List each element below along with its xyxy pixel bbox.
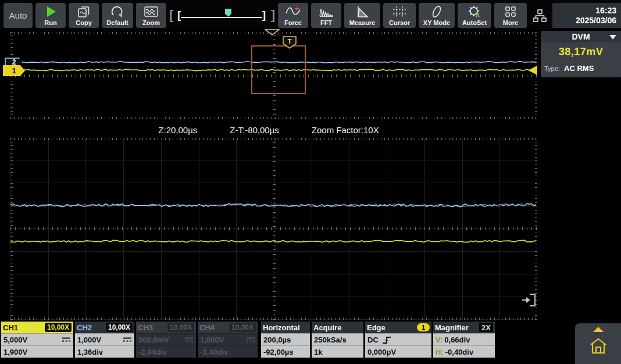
dvm-panel: DVM 38,17mV Type: AC RMS bbox=[541, 31, 621, 77]
zoom-button[interactable]: Zoom bbox=[136, 3, 166, 28]
ch3-block[interactable]: CH3 10,00X 500,0mV -2,94div bbox=[136, 322, 196, 358]
home-icon bbox=[588, 337, 608, 355]
magnifier-v-label: V: bbox=[436, 336, 442, 344]
edge-trigger-block[interactable]: Edge 1 DC 0,000pV bbox=[365, 322, 431, 358]
default-button[interactable]: Default bbox=[102, 3, 133, 28]
ch1-block[interactable]: CH1 10,00X 5,000V 1,900V bbox=[1, 322, 73, 358]
ch1-label: CH1 bbox=[3, 323, 18, 332]
ch4-block[interactable]: CH4 10,00X 1,000V -3,40div bbox=[198, 322, 258, 358]
zoom-factor: Zoom Factor:10X bbox=[312, 125, 379, 135]
ch4-offset: -3,40div bbox=[200, 348, 228, 356]
dvm-type-row: Type: AC RMS bbox=[544, 64, 618, 73]
slider-track bbox=[181, 17, 262, 18]
ch2-label: CH2 bbox=[77, 323, 92, 332]
magnifier-h-label: H: bbox=[436, 348, 444, 356]
horizontal-position-slider[interactable]: [ [ ] ] bbox=[169, 3, 275, 28]
ch2-atten-badge: 10,00X bbox=[106, 323, 133, 332]
collapse-up-icon[interactable] bbox=[593, 327, 604, 332]
ch4-scale: 1,000V bbox=[200, 336, 224, 344]
zoom-window-box[interactable] bbox=[251, 45, 306, 94]
dc-coupling-icon bbox=[184, 337, 194, 342]
home-panel bbox=[575, 323, 621, 364]
ch4-atten-badge: 10,00X bbox=[229, 323, 256, 332]
slider-right-limit: ] bbox=[271, 8, 275, 23]
cursor-crosshair-icon bbox=[392, 4, 407, 19]
scope-display: T 2 1 Z:20,00µs Z-T:-80,00µs Zoom Factor… bbox=[0, 29, 621, 364]
overview-graticule: T 2 1 bbox=[10, 32, 537, 119]
acquire-block[interactable]: Acquire 250kSa/s 1k bbox=[312, 322, 363, 358]
rising-edge-icon bbox=[382, 336, 391, 344]
gear-icon: A bbox=[467, 4, 481, 19]
trigger-mode-label: Auto bbox=[9, 10, 27, 20]
run-button[interactable]: Run bbox=[35, 3, 66, 28]
horizontal-label: Horizontal bbox=[263, 323, 300, 332]
dvm-title: DVM bbox=[572, 32, 590, 41]
magnifier-v-value: 0,66div bbox=[444, 336, 470, 344]
ch1-atten-badge: 10,00X bbox=[45, 323, 72, 332]
trigger-mode-button[interactable]: Auto bbox=[3, 3, 33, 28]
trigger-level-flag[interactable]: T bbox=[283, 36, 297, 49]
autoset-button[interactable]: A AutoSet bbox=[458, 3, 491, 28]
reset-arrow-icon bbox=[110, 4, 124, 19]
dvm-value: 38,17mV bbox=[544, 46, 618, 58]
ch3-label: CH3 bbox=[138, 323, 153, 332]
more-grid-icon bbox=[504, 4, 517, 19]
force-button[interactable]: Force bbox=[278, 3, 308, 28]
more-button[interactable]: More bbox=[494, 3, 527, 28]
chevron-down-icon bbox=[609, 35, 616, 40]
network-icon bbox=[532, 8, 547, 23]
trigger-level-arrow[interactable] bbox=[528, 66, 537, 75]
horizontal-block[interactable]: Horizontal 200,0µs -92,00µs bbox=[261, 322, 310, 358]
acquire-sample-rate: 250kSa/s bbox=[314, 336, 347, 344]
magnifier-label: Magnifier bbox=[435, 323, 469, 332]
zoomed-waveforms bbox=[10, 138, 537, 320]
xy-mode-button[interactable]: XY Mode bbox=[419, 3, 455, 28]
slider-left-handle[interactable]: [ bbox=[177, 9, 181, 22]
xy-ellipse-icon bbox=[430, 4, 444, 19]
slider-thumb[interactable] bbox=[225, 9, 231, 17]
fft-spectrum-icon bbox=[319, 4, 334, 19]
top-toolbar: Auto Run Copy Default bbox=[0, 0, 621, 29]
clock-date: 2025/03/06 bbox=[576, 16, 616, 26]
cursor-button[interactable]: Cursor bbox=[383, 3, 416, 28]
acquire-label: Acquire bbox=[313, 323, 341, 332]
ch2-scale: 1,000V bbox=[77, 336, 101, 344]
svg-text:A: A bbox=[476, 12, 480, 19]
copy-button[interactable]: Copy bbox=[69, 3, 99, 28]
zoom-waveform-icon bbox=[144, 4, 159, 19]
magnifier-h-value: -0,40div bbox=[445, 348, 473, 356]
trigger-level-value: 0,000pV bbox=[367, 348, 396, 356]
slider-left-limit: [ bbox=[169, 8, 173, 23]
clock[interactable]: 16:23 2025/03/06 bbox=[552, 3, 621, 28]
zoom-offset: Z-T:-80,00µs bbox=[230, 125, 279, 135]
status-bar: CH1 10,00X 5,000V 1,900V CH2 10,00X 1,00… bbox=[1, 322, 495, 358]
edge-coupling: DC bbox=[367, 336, 379, 344]
ch3-scale: 500,0mV bbox=[138, 336, 169, 344]
dc-coupling-icon bbox=[62, 337, 71, 342]
ch2-offset: 1,36div bbox=[77, 348, 103, 356]
ch3-offset: -2,94div bbox=[138, 348, 166, 356]
dvm-header[interactable]: DVM bbox=[541, 31, 621, 42]
home-button[interactable] bbox=[588, 337, 608, 355]
exit-zoom-icon[interactable] bbox=[519, 291, 538, 309]
ch2-block[interactable]: CH2 10,00X 1,000V 1,36div bbox=[75, 322, 134, 358]
acquire-mem-depth: 1k bbox=[314, 348, 322, 356]
svg-text:T: T bbox=[288, 38, 292, 45]
measure-button[interactable]: Measure bbox=[344, 3, 380, 28]
dvm-body: 38,17mV Type: AC RMS bbox=[541, 42, 621, 77]
magnifier-block[interactable]: Magnifier 2X V: 0,66div H: -0,40div bbox=[433, 322, 495, 358]
zoom-info-row: Z:20,00µs Z-T:-80,00µs Zoom Factor:10X bbox=[0, 122, 537, 137]
lan-status[interactable] bbox=[530, 3, 549, 28]
horizontal-offset: -92,00µs bbox=[263, 348, 294, 356]
measure-ruler-icon bbox=[355, 4, 369, 19]
dc-coupling-icon bbox=[123, 337, 132, 342]
zoom-graticule bbox=[10, 138, 537, 320]
horizontal-timebase: 200,0µs bbox=[263, 336, 291, 344]
slider-right-handle[interactable]: ] bbox=[262, 9, 266, 22]
dc-coupling-icon bbox=[246, 337, 255, 342]
magnifier-factor-badge: 2X bbox=[479, 323, 493, 332]
trigger-source-badge: 1 bbox=[417, 323, 430, 331]
fft-button[interactable]: FFT bbox=[311, 3, 341, 28]
play-icon bbox=[44, 4, 57, 19]
ch1-offset: 1,900V bbox=[3, 348, 27, 356]
